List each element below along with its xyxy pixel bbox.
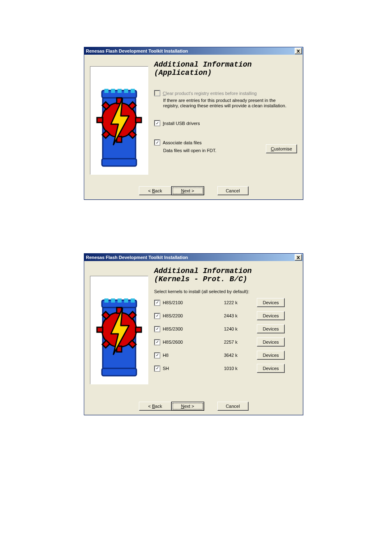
devices-button[interactable]: Devices [257, 324, 285, 333]
window-title: Renesas Flash Development Toolkit Instal… [86, 254, 188, 261]
kernel-list: ✓H8S/21001222 kDevices✓H8S/22002443 kDev… [154, 298, 297, 373]
install-usb-checkbox-row[interactable]: ✓ Install USB drivers [154, 120, 297, 126]
kernel-checkbox[interactable]: ✓ [154, 339, 160, 345]
close-button[interactable] [295, 254, 302, 261]
svg-rect-12 [97, 118, 103, 123]
titlebar: Renesas Flash Development Toolkit Instal… [84, 47, 303, 55]
nav-row: < Back Next > Cancel [84, 186, 303, 195]
svg-rect-27 [102, 368, 136, 376]
close-button[interactable] [295, 48, 302, 54]
chip-lightning-icon [90, 276, 148, 384]
clear-registry-checkbox [154, 90, 160, 96]
install-usb-checkbox[interactable]: ✓ [154, 120, 160, 126]
customise-button-wrap: Customise [266, 144, 297, 153]
svg-rect-25 [124, 298, 128, 303]
kernel-devices-cell: Devices [257, 338, 297, 347]
kernel-checkbox[interactable]: ✓ [154, 326, 160, 332]
kernel-devices-cell: Devices [257, 324, 297, 333]
devices-button[interactable]: Devices [257, 338, 285, 347]
kernel-devices-cell: Devices [257, 351, 297, 360]
kernel-checkbox[interactable]: ✓ [154, 352, 160, 358]
back-button[interactable]: < Back [139, 402, 172, 411]
window-title: Renesas Flash Development Toolkit Instal… [86, 47, 188, 55]
kernel-size: 3642 k [224, 353, 257, 358]
kernel-row[interactable]: ✓H8S/2200 [154, 313, 224, 319]
clear-registry-help: If there are entries for this product al… [163, 98, 291, 109]
svg-rect-26 [131, 298, 135, 303]
content-area: Additional Information (Application) Cle… [154, 60, 297, 180]
cancel-button[interactable]: Cancel [217, 186, 249, 195]
installer-logo [90, 276, 148, 384]
kernel-row[interactable]: ✓H8 [154, 352, 224, 358]
kernel-size: 1010 k [224, 366, 257, 371]
kernel-name: H8S/2600 [163, 340, 183, 345]
kernel-name: SH [163, 366, 169, 371]
svg-rect-4 [111, 89, 115, 93]
cancel-button[interactable]: Cancel [217, 402, 249, 411]
clear-registry-checkbox-row: Clear product's registry entries before … [154, 90, 297, 96]
titlebar: Renesas Flash Development Toolkit Instal… [84, 254, 303, 261]
customise-button[interactable]: Customise [266, 144, 297, 153]
svg-rect-13 [136, 118, 141, 123]
svg-rect-3 [104, 89, 108, 93]
close-icon [297, 50, 300, 53]
kernel-size: 1222 k [224, 300, 257, 305]
kernel-row[interactable]: ✓H8S/2100 [154, 300, 224, 306]
installer-dialog-kernels: Renesas Flash Development Toolkit Instal… [84, 253, 303, 415]
heading-line-2: (Kernels - Prot. B/C) [154, 275, 247, 283]
devices-button[interactable]: Devices [257, 298, 285, 307]
next-button[interactable]: Next > [171, 186, 204, 195]
close-icon [297, 256, 300, 259]
kernel-name: H8 [163, 353, 168, 358]
install-usb-label: Install USB drivers [163, 121, 200, 126]
page-title: Additional Information (Application) [154, 60, 297, 77]
svg-rect-8 [102, 159, 136, 166]
kernel-checkbox[interactable]: ✓ [154, 365, 160, 372]
devices-button[interactable]: Devices [257, 311, 285, 320]
kernel-size: 1240 k [224, 326, 257, 331]
nav-row: < Back Next > Cancel [84, 402, 303, 411]
kernel-row[interactable]: ✓SH [154, 365, 224, 372]
svg-rect-31 [97, 327, 103, 332]
svg-rect-32 [136, 327, 141, 332]
kernel-size: 2443 k [224, 313, 257, 318]
svg-rect-5 [118, 89, 122, 93]
kernel-checkbox[interactable]: ✓ [154, 313, 160, 319]
kernels-subhead: Select kernels to install (all selected … [154, 289, 297, 294]
kernel-devices-cell: Devices [257, 364, 297, 373]
kernel-name: H8S/2300 [163, 326, 183, 331]
installer-dialog-application: Renesas Flash Development Toolkit Instal… [84, 47, 303, 200]
kernel-size: 2257 k [224, 340, 257, 345]
heading-line-1: Additional Information [154, 60, 252, 69]
kernel-row[interactable]: ✓H8S/2600 [154, 339, 224, 345]
associate-files-label: Associate data files [163, 140, 202, 145]
back-button[interactable]: < Back [139, 186, 172, 195]
kernel-checkbox[interactable]: ✓ [154, 300, 160, 306]
svg-rect-7 [131, 89, 135, 93]
clear-registry-label: Clear product's registry entries before … [163, 91, 257, 96]
chip-lightning-icon [90, 67, 148, 174]
content-area: Additional Information (Kernels - Prot. … [154, 267, 297, 396]
installer-logo [90, 66, 148, 175]
kernel-devices-cell: Devices [257, 311, 297, 320]
kernel-name: H8S/2200 [163, 313, 183, 318]
svg-rect-6 [124, 89, 128, 93]
next-button[interactable]: Next > [171, 402, 204, 411]
kernel-row[interactable]: ✓H8S/2300 [154, 326, 224, 332]
heading-line-1: Additional Information [154, 267, 252, 275]
page-title: Additional Information (Kernels - Prot. … [154, 267, 297, 283]
kernel-devices-cell: Devices [257, 298, 297, 307]
svg-rect-22 [104, 298, 108, 303]
devices-button[interactable]: Devices [257, 364, 285, 373]
heading-line-2: (Application) [154, 69, 212, 77]
associate-files-checkbox[interactable]: ✓ [154, 139, 160, 146]
svg-rect-23 [111, 298, 115, 303]
kernel-name: H8S/2100 [163, 300, 183, 305]
svg-rect-24 [118, 298, 122, 303]
devices-button[interactable]: Devices [257, 351, 285, 360]
